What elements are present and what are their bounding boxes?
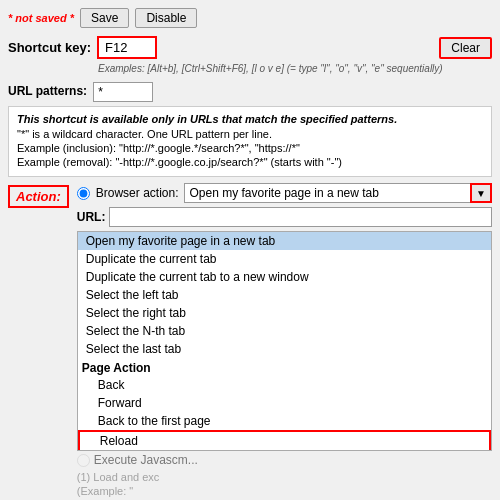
- dropdown-item[interactable]: Duplicate the current tab to a new windo…: [78, 268, 491, 286]
- dropdown-item[interactable]: Forward: [78, 394, 491, 412]
- save-button[interactable]: Save: [80, 8, 129, 28]
- clear-button[interactable]: Clear: [439, 37, 492, 59]
- step1-example: (Example: ": [77, 485, 492, 497]
- dropdown-item[interactable]: Duplicate the current tab: [78, 250, 491, 268]
- browser-action-select[interactable]: Open my favorite page in a new tabDuplic…: [184, 183, 492, 203]
- browser-action-radio[interactable]: [77, 187, 90, 200]
- browser-action-radio-label: Browser action:: [96, 186, 179, 200]
- dropdown-item[interactable]: Select the last tab: [78, 340, 491, 358]
- shortcut-examples: Examples: [Alt+b], [Ctrl+Shift+F6], [l o…: [98, 63, 492, 74]
- shortcut-input[interactable]: [97, 36, 157, 59]
- shortcut-label: Shortcut key:: [8, 40, 91, 55]
- dropdown-item[interactable]: Open my favorite page in a new tab: [78, 232, 491, 250]
- url-row-input[interactable]: [109, 207, 492, 227]
- url-patterns-label: URL patterns:: [8, 84, 87, 98]
- dropdown-item[interactable]: Select the left tab: [78, 286, 491, 304]
- dropdown-item[interactable]: Select the N-th tab: [78, 322, 491, 340]
- dropdown-item[interactable]: Back: [78, 376, 491, 394]
- url-info-removal: Example (removal): "-http://*.google.co.…: [17, 156, 483, 168]
- dropdown-group-header: Page Action: [78, 358, 491, 376]
- not-saved-label: * not saved *: [8, 12, 74, 24]
- execute-js-radio[interactable]: [77, 454, 90, 467]
- dropdown-item[interactable]: Back to the first page: [78, 412, 491, 430]
- dropdown-item[interactable]: Select the right tab: [78, 304, 491, 322]
- execute-js-label: Execute Javascm...: [94, 453, 198, 467]
- dropdown-list: Open my favorite page in a new tabDuplic…: [77, 231, 492, 451]
- dropdown-item[interactable]: Reload: [78, 430, 491, 451]
- url-info-wildcard: "*" is a wildcard character. One URL pat…: [17, 128, 483, 140]
- url-patterns-input[interactable]: [93, 82, 153, 102]
- url-info-inclusion: Example (inclusion): "http://*.google.*/…: [17, 142, 483, 154]
- url-info-title: This shortcut is available only in URLs …: [17, 113, 483, 125]
- action-label: Action:: [8, 185, 69, 208]
- url-row-label: URL:: [77, 210, 106, 224]
- disable-button[interactable]: Disable: [135, 8, 197, 28]
- step1-label: (1) Load and exc: [77, 471, 492, 483]
